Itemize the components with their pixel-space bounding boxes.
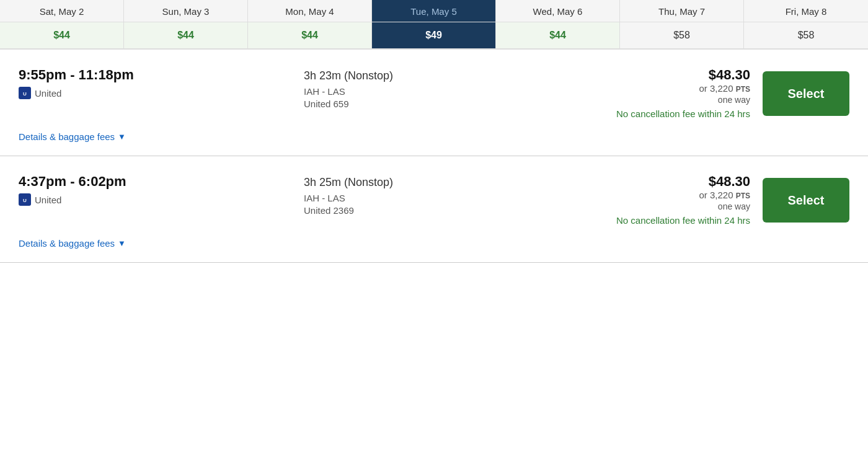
or-text-1: or — [699, 190, 707, 200]
date-label-2: Mon, May 4 — [248, 6, 371, 17]
price-info-1: $48.30 or 3,220 PTS one way No cancellat… — [616, 174, 750, 227]
airline-row-1: U United — [19, 193, 192, 206]
flight-number-0: United 659 — [304, 99, 490, 109]
price-cell-6[interactable]: $58 — [744, 22, 868, 49]
no-cancel-1: No cancellation fee within 24 hrs — [616, 214, 750, 227]
points-row-0: or 3,220 PTS — [616, 83, 750, 94]
airline-name-1: United — [35, 195, 61, 205]
duration-0: 3h 23m (Nonstop) — [304, 69, 490, 82]
date-label-0: Sat, May 2 — [0, 6, 123, 17]
route-1: IAH - LAS — [304, 193, 490, 203]
pts-label-1: PTS — [736, 192, 750, 200]
flight-card-1: 4:37pm - 6:02pm U United 3h 25m (Nonstop… — [0, 156, 868, 263]
flight-number-1: United 2369 — [304, 205, 490, 216]
no-cancel-0: No cancellation fee within 24 hrs — [616, 107, 750, 120]
date-wed-may6[interactable]: Wed, May 6 — [496, 0, 620, 22]
details-label-1: Details & baggage fees — [19, 238, 115, 249]
date-thu-may7[interactable]: Thu, May 7 — [620, 0, 744, 22]
chevron-down-icon-1: ▼ — [118, 239, 126, 248]
price-info-0: $48.30 or 3,220 PTS one way No cancellat… — [616, 67, 750, 120]
details-link-0[interactable]: Details & baggage fees ▼ — [19, 120, 126, 156]
details-label-0: Details & baggage fees — [19, 131, 115, 142]
or-text-0: or — [699, 83, 707, 94]
date-label-1: Sun, May 3 — [124, 6, 247, 17]
flight-middle-1: 3h 25m (Nonstop) IAH - LAS United 2369 — [304, 174, 490, 216]
date-sun-may3[interactable]: Sun, May 3 — [124, 0, 248, 22]
date-fri-may8[interactable]: Fri, May 8 — [744, 0, 868, 22]
united-icon-1: U — [19, 193, 31, 206]
flight-middle-0: 3h 23m (Nonstop) IAH - LAS United 659 — [304, 67, 490, 109]
price-cell-5[interactable]: $58 — [620, 22, 744, 49]
points-value-0: 3,220 — [710, 83, 733, 94]
price-cell-2[interactable]: $44 — [248, 22, 372, 49]
select-button-1[interactable]: Select — [763, 178, 849, 223]
duration-1: 3h 25m (Nonstop) — [304, 176, 490, 189]
date-label-6: Fri, May 8 — [744, 6, 868, 17]
price-cell-3[interactable]: $49 — [372, 22, 496, 49]
date-selector: Sat, May 2 Sun, May 3 Mon, May 4 Tue, Ma… — [0, 0, 868, 22]
svg-text:U: U — [23, 198, 27, 203]
points-row-1: or 3,220 PTS — [616, 190, 750, 200]
date-tue-may5[interactable]: Tue, May 5 — [372, 0, 496, 22]
svg-text:U: U — [23, 91, 27, 97]
price-cell-0[interactable]: $44 — [0, 22, 124, 49]
date-label-5: Thu, May 7 — [620, 6, 743, 17]
select-button-0[interactable]: Select — [763, 71, 849, 116]
date-mon-may4[interactable]: Mon, May 4 — [248, 0, 372, 22]
united-icon-0: U — [19, 87, 31, 99]
flight-right-1: $48.30 or 3,220 PTS one way No cancellat… — [601, 174, 849, 227]
main-price-0: $48.30 — [616, 67, 750, 83]
pts-label-0: PTS — [736, 85, 750, 94]
main-price-1: $48.30 — [616, 174, 750, 190]
airline-row-0: U United — [19, 87, 192, 99]
airline-name-0: United — [35, 88, 61, 99]
date-sat-may2[interactable]: Sat, May 2 — [0, 0, 124, 22]
flight-card-0: 9:55pm - 11:18pm U United 3h 23m (Nonsto… — [0, 50, 868, 156]
flight-times-1: 4:37pm - 6:02pm — [19, 174, 192, 190]
price-row: $44 $44 $44 $49 $44 $58 $58 — [0, 22, 868, 49]
points-value-1: 3,220 — [710, 190, 733, 200]
price-cell-1[interactable]: $44 — [124, 22, 248, 49]
one-way-1: one way — [616, 201, 750, 211]
flight-left-1: 4:37pm - 6:02pm U United — [19, 174, 192, 206]
date-label-4: Wed, May 6 — [496, 6, 619, 17]
details-link-1[interactable]: Details & baggage fees ▼ — [19, 227, 126, 262]
route-0: IAH - LAS — [304, 86, 490, 97]
flight-right-0: $48.30 or 3,220 PTS one way No cancellat… — [601, 67, 849, 120]
chevron-down-icon-0: ▼ — [118, 132, 126, 141]
flight-left-0: 9:55pm - 11:18pm U United — [19, 67, 192, 99]
flight-times-0: 9:55pm - 11:18pm — [19, 67, 192, 83]
one-way-0: one way — [616, 95, 750, 105]
price-cell-4[interactable]: $44 — [496, 22, 620, 49]
date-label-3: Tue, May 5 — [372, 6, 495, 17]
